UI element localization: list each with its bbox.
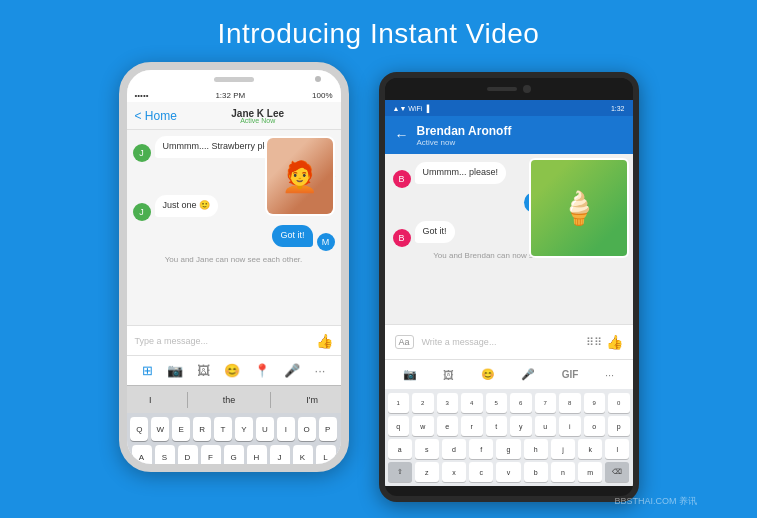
keyboard-row-1: Q W E R T Y U I O P (131, 417, 337, 441)
android-key-4[interactable]: 4 (461, 393, 483, 413)
key-O[interactable]: O (298, 417, 316, 441)
iphone-thumb-icon[interactable]: 👍 (316, 333, 333, 349)
android-key-backspace[interactable]: ⌫ (605, 462, 629, 482)
android-key-a[interactable]: a (388, 439, 412, 459)
avatar-received-2: J (133, 203, 151, 221)
mic-icon[interactable]: 🎤 (284, 363, 300, 378)
android-key-r[interactable]: r (461, 416, 483, 436)
android-key-3[interactable]: 3 (437, 393, 459, 413)
android-key-d[interactable]: d (442, 439, 466, 459)
android-key-1[interactable]: 1 (388, 393, 410, 413)
android-key-k[interactable]: k (578, 439, 602, 459)
autocomplete-word-3[interactable]: I'm (296, 395, 328, 405)
key-J[interactable]: J (270, 445, 290, 469)
key-T[interactable]: T (214, 417, 232, 441)
android-num-row: 1 2 3 4 5 6 7 8 9 0 (388, 393, 630, 413)
emoji-icon[interactable]: 😊 (224, 363, 240, 378)
iphone-input-area[interactable]: Type a message... 👍 (127, 325, 341, 355)
android-key-b[interactable]: b (524, 462, 548, 482)
android-key-5[interactable]: 5 (486, 393, 508, 413)
android-key-g[interactable]: g (496, 439, 520, 459)
android-key-p[interactable]: p (608, 416, 630, 436)
key-S[interactable]: S (155, 445, 175, 469)
key-E[interactable]: E (172, 417, 190, 441)
android-key-m[interactable]: m (578, 462, 602, 482)
iphone-back-button[interactable]: < Home (135, 109, 177, 123)
iphone-toolbar: ⊞ 📷 🖼 😊 📍 🎤 ··· (127, 355, 341, 385)
android-key-2[interactable]: 2 (412, 393, 434, 413)
key-Q[interactable]: Q (130, 417, 148, 441)
android-camera-toolbar-icon[interactable]: 📷 (403, 368, 417, 381)
android-gif-toolbar-icon[interactable]: GIF (562, 369, 579, 380)
android-key-q[interactable]: q (388, 416, 410, 436)
photo-icon[interactable]: 🖼 (197, 363, 210, 378)
android-key-f[interactable]: f (469, 439, 493, 459)
autocomplete-word-1[interactable]: I (139, 395, 162, 405)
android-video-feed: 🍦 (531, 160, 627, 256)
iphone-message-input[interactable]: Type a message... (135, 336, 316, 346)
key-R[interactable]: R (193, 417, 211, 441)
key-P[interactable]: P (319, 417, 337, 441)
android-dots-icon: ⠿⠿ (586, 336, 602, 349)
android-photo-toolbar-icon[interactable]: 🖼 (443, 369, 454, 381)
android-key-z[interactable]: z (415, 462, 439, 482)
message-row-4: Got it! M (133, 225, 335, 251)
android-back-button[interactable]: ← (395, 127, 409, 143)
android-key-x[interactable]: x (442, 462, 466, 482)
android-bubble-received-1: Ummmm... please! (415, 162, 507, 184)
android-keyboard-row-3: ⇧ z x c v b n m ⌫ (388, 462, 630, 482)
apps-icon[interactable]: ⊞ (142, 363, 153, 378)
key-A[interactable]: A (132, 445, 152, 469)
android-input-area[interactable]: Aa Write a message... ⠿⠿ 👍 (385, 324, 633, 359)
android-key-i[interactable]: i (559, 416, 581, 436)
bubble-received-2: Just one 🙂 (155, 195, 219, 217)
iphone-status-bar: ••••• 1:32 PM 100% (127, 88, 341, 102)
android-key-7[interactable]: 7 (535, 393, 557, 413)
android-key-w[interactable]: w (412, 416, 434, 436)
key-G[interactable]: G (224, 445, 244, 469)
android-key-v[interactable]: v (496, 462, 520, 482)
android-message-input[interactable]: Write a message... (422, 337, 586, 347)
android-key-s[interactable]: s (415, 439, 439, 459)
android-key-n[interactable]: n (551, 462, 575, 482)
autocomplete-word-2[interactable]: the (213, 395, 246, 405)
key-I[interactable]: I (277, 417, 295, 441)
android-emoji-toolbar-icon[interactable]: 😊 (481, 368, 495, 381)
key-L[interactable]: L (316, 445, 336, 469)
android-key-h[interactable]: h (524, 439, 548, 459)
key-W[interactable]: W (151, 417, 169, 441)
android-key-t[interactable]: t (486, 416, 508, 436)
android-device: ▲▼ WiFi ▐ 1:32 ← Brendan Aronoff Active … (379, 72, 639, 502)
iphone-nav-bar: < Home Jane K Lee Active Now (127, 102, 341, 130)
android-video-thumbnail[interactable]: 🍦 (529, 158, 629, 258)
iphone-video-thumbnail[interactable]: 🧑‍🦰 (265, 136, 335, 216)
more-icon[interactable]: ··· (315, 363, 326, 378)
android-more-toolbar-icon[interactable]: ··· (605, 369, 614, 381)
page-title: Introducing Instant Video (0, 0, 757, 50)
android-mic-toolbar-icon[interactable]: 🎤 (521, 368, 535, 381)
android-thumb-icon[interactable]: 👍 (606, 334, 623, 350)
key-H[interactable]: H (247, 445, 267, 469)
key-U[interactable]: U (256, 417, 274, 441)
see-each-other-notice: You and Jane can now see each other. (133, 255, 335, 264)
android-key-j[interactable]: j (551, 439, 575, 459)
android-key-9[interactable]: 9 (584, 393, 606, 413)
android-key-shift[interactable]: ⇧ (388, 462, 412, 482)
android-key-8[interactable]: 8 (559, 393, 581, 413)
key-D[interactable]: D (178, 445, 198, 469)
android-key-c[interactable]: c (469, 462, 493, 482)
android-key-u[interactable]: u (535, 416, 557, 436)
android-key-y[interactable]: y (510, 416, 532, 436)
key-Y[interactable]: Y (235, 417, 253, 441)
watermark: BBSTHAI.COM 养讯 (614, 495, 697, 508)
android-key-0[interactable]: 0 (608, 393, 630, 413)
key-F[interactable]: F (201, 445, 221, 469)
location-icon[interactable]: 📍 (254, 363, 270, 378)
android-key-o[interactable]: o (584, 416, 606, 436)
android-chat-area: 🍦 B Ummmm... please! OK! How many sco...… (385, 154, 633, 324)
android-key-l[interactable]: l (605, 439, 629, 459)
camera-icon[interactable]: 📷 (167, 363, 183, 378)
android-key-e[interactable]: e (437, 416, 459, 436)
android-key-6[interactable]: 6 (510, 393, 532, 413)
key-K[interactable]: K (293, 445, 313, 469)
